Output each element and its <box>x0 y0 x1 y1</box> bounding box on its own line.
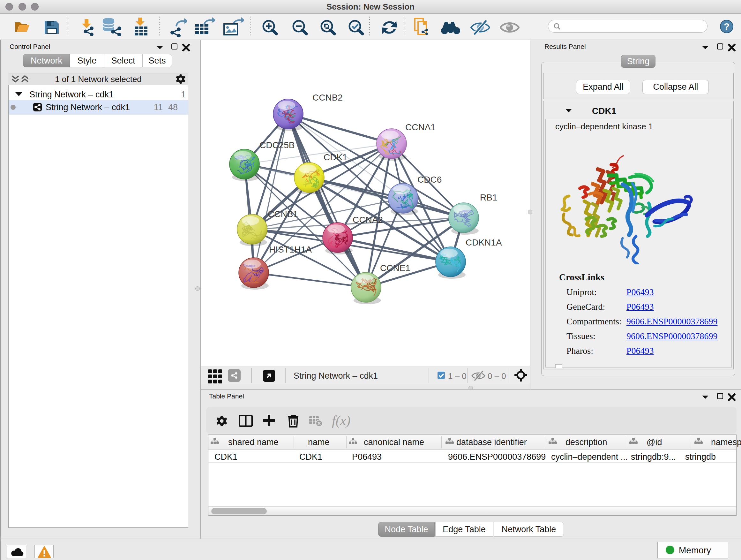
svg-text:CCNA2: CCNA2 <box>353 215 383 225</box>
svg-text:CCNE1: CCNE1 <box>380 263 410 273</box>
svg-text:CDC25B: CDC25B <box>259 140 294 150</box>
svg-text:RB1: RB1 <box>480 192 497 202</box>
svg-text:CDC6: CDC6 <box>417 175 442 185</box>
svg-text:CCNB2: CCNB2 <box>313 92 343 103</box>
svg-text:CDK1: CDK1 <box>324 152 347 162</box>
svg-text:HIST1H1A: HIST1H1A <box>269 245 312 254</box>
svg-text:CDKN1A: CDKN1A <box>466 238 502 247</box>
svg-text:CCNB1: CCNB1 <box>268 209 298 219</box>
svg-text:CCNA1: CCNA1 <box>405 122 435 132</box>
